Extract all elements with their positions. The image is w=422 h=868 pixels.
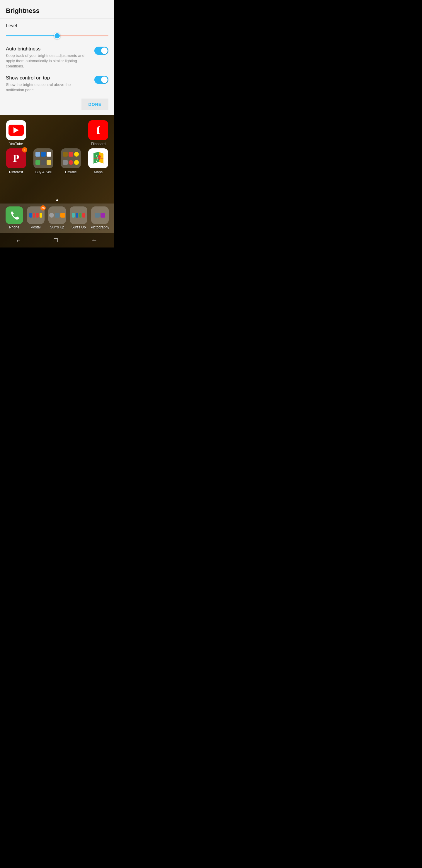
maps-label: Maps [94, 170, 103, 174]
show-control-text: Show control on top Show the brightness … [6, 75, 90, 93]
slider-thumb[interactable] [54, 33, 60, 39]
app-grid-row2: 5 P Pinterest Buy & Sell [0, 148, 114, 177]
buysell-icon-wrap [33, 148, 53, 168]
mini-app-1 [35, 152, 40, 157]
picto-mini-2 [100, 213, 105, 218]
top-apps: YouTube f Flipboard 5 [0, 114, 114, 197]
surfsup2-mini-3 [79, 213, 82, 218]
auto-brightness-desc: Keep track of your brightness adjustment… [6, 53, 90, 69]
dock-item-surfsup[interactable]: Surf's Up [47, 207, 67, 229]
postal-mini-4 [39, 213, 42, 218]
bottom-dock-area: Phone 24 Postal [0, 204, 114, 248]
dawdle-mini-5 [69, 160, 73, 165]
back-button[interactable]: ← [91, 236, 98, 244]
app-item-maps[interactable]: Maps [87, 148, 110, 174]
app-item-pinterest[interactable]: 5 P Pinterest [5, 148, 28, 174]
dawdle-mini-1 [63, 152, 68, 157]
app-item-buysell[interactable]: Buy & Sell [32, 148, 55, 174]
level-label: Level [6, 23, 108, 28]
surfsup-mini-2 [55, 213, 60, 218]
brightness-slider-container[interactable] [6, 31, 108, 40]
toggle-thumb-2 [101, 76, 107, 83]
mini-app-2 [41, 152, 46, 157]
youtube-play-icon [13, 127, 19, 133]
surfsup-icon-wrap [48, 207, 66, 224]
flipboard-f-icon: f [96, 124, 100, 136]
mini-app-3 [46, 152, 51, 157]
youtube-inner [8, 125, 24, 136]
surfsup2-mini-2 [75, 213, 78, 218]
surfsup-mini-3 [60, 213, 65, 218]
home-button[interactable]: □ [54, 236, 58, 244]
postal-mini-1 [29, 213, 32, 218]
surfsup2-icon-wrap [70, 207, 87, 224]
mini-app-6 [46, 160, 51, 165]
app-item-empty1 [32, 120, 55, 146]
postal-label: Postal [31, 225, 40, 229]
surfsup-label: Surf's Up [50, 225, 64, 229]
postal-mini-3 [36, 213, 39, 218]
pinterest-icon-wrap: 5 P [6, 148, 26, 168]
auto-brightness-toggle[interactable] [94, 46, 108, 55]
phone-label: Phone [9, 225, 19, 229]
youtube-icon-wrap [6, 120, 26, 140]
pictography-label: Pictography [91, 225, 109, 229]
dock-item-postal[interactable]: 24 Postal [26, 207, 45, 229]
done-button[interactable]: DONE [82, 98, 108, 110]
page-indicator [0, 197, 114, 204]
dock-item-surfsup2[interactable]: Surf's Up [69, 207, 88, 229]
dock-item-pictography[interactable]: Pictography [91, 207, 109, 229]
toggle-thumb [101, 48, 107, 54]
dawdle-icon-wrap [61, 148, 81, 168]
auto-brightness-text: Auto brightness Keep track of your brigh… [6, 46, 90, 69]
flipboard-label: Flipboard [91, 142, 105, 146]
maps-icon-wrap [88, 148, 108, 168]
dawdle-mini-2 [69, 152, 73, 157]
app-item-dawdle[interactable]: Dawdle [60, 148, 83, 174]
app-item-empty2 [60, 120, 83, 146]
app-grid-row1: YouTube f Flipboard [0, 114, 114, 148]
dawdle-mini-3 [74, 152, 79, 157]
phone-icon-wrap [6, 207, 23, 224]
page-dot-1 [56, 199, 58, 201]
surfsup-mini-1 [49, 213, 54, 218]
svg-point-5 [98, 155, 101, 158]
auto-brightness-name: Auto brightness [6, 46, 90, 52]
show-control-name: Show control on top [6, 75, 90, 81]
flipboard-icon-wrap: f [88, 120, 108, 140]
surfsup2-label: Surf's Up [71, 225, 86, 229]
postal-mini-2 [33, 213, 35, 218]
badge-pinterest: 5 [22, 147, 27, 153]
homescreen-content: YouTube f Flipboard 5 [0, 114, 114, 248]
nav-bar: ⌐ □ ← [0, 233, 114, 248]
svg-marker-4 [94, 152, 99, 164]
auto-brightness-row: Auto brightness Keep track of your brigh… [6, 46, 108, 69]
show-control-desc: Show the brightness control above the no… [6, 82, 90, 93]
pinterest-label: Pinterest [9, 170, 23, 174]
maps-svg-icon [91, 151, 106, 166]
dawdle-label: Dawdle [65, 170, 77, 174]
pictography-icon-wrap [91, 207, 109, 224]
surfsup2-mini-1 [72, 213, 75, 218]
pinterest-p-icon: P [13, 152, 19, 164]
dawdle-mini-4 [63, 160, 68, 165]
divider [0, 18, 114, 19]
homescreen: YouTube f Flipboard 5 [0, 114, 114, 248]
mini-app-4 [35, 160, 40, 165]
brightness-panel: Brightness Level Auto brightness Keep tr… [0, 0, 114, 115]
brightness-title: Brightness [6, 7, 108, 15]
dock: Phone 24 Postal [0, 204, 114, 233]
show-control-toggle[interactable] [94, 76, 108, 84]
show-control-row: Show control on top Show the brightness … [6, 75, 108, 93]
app-item-youtube[interactable]: YouTube [5, 120, 28, 146]
app-item-flipboard[interactable]: f Flipboard [87, 120, 110, 146]
badge-postal: 24 [40, 205, 46, 211]
picto-mini-1 [95, 213, 100, 218]
postal-icon-wrap: 24 [27, 207, 44, 224]
slider-track [6, 35, 108, 36]
youtube-label: YouTube [9, 142, 23, 146]
recents-button[interactable]: ⌐ [17, 236, 21, 244]
dawdle-mini-6 [74, 160, 79, 165]
buysell-label: Buy & Sell [35, 170, 52, 174]
dock-item-phone[interactable]: Phone [5, 207, 24, 229]
